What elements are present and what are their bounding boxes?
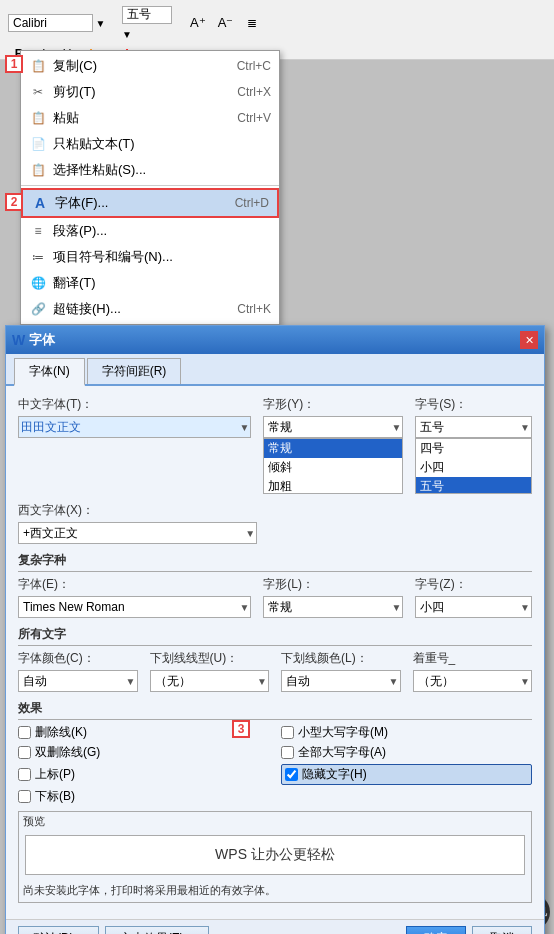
complex-style-select[interactable]: 常规: [263, 596, 403, 618]
preview-section: 预览 WPS 让办公更轻松 尚未安装此字体，打印时将采用最相近的有效字体。: [18, 811, 532, 903]
menu-hyperlink-label: 超链接(H)...: [53, 300, 121, 318]
tab-font[interactable]: 字体(N): [14, 358, 85, 386]
menu-item-font[interactable]: A 字体(F)... Ctrl+D: [21, 188, 279, 218]
menu-item-cut[interactable]: ✂ 剪切(T) Ctrl+X: [21, 79, 279, 105]
separator-1: [21, 185, 279, 186]
style-col: 字形(Y)： 常规 倾斜 加粗 ▼ 常规 倾斜 加粗: [263, 396, 403, 494]
size-select-wrap: 五号 四号 小四 ▼: [415, 416, 532, 438]
effects-section-header: 效果: [18, 700, 532, 720]
font-grow-btn[interactable]: A⁺: [186, 13, 210, 32]
all-caps-checkbox[interactable]: [281, 746, 294, 759]
menu-item-paste[interactable]: 📋 粘贴 Ctrl+V: [21, 105, 279, 131]
size-listbox[interactable]: 四号 小四 五号: [415, 438, 532, 494]
default-btn[interactable]: 默认(D)...: [18, 926, 99, 934]
text-effect-btn[interactable]: 文本效果(E)...: [105, 926, 209, 934]
chinese-font-select-wrap: ▼: [18, 416, 251, 438]
strikethrough-checkbox[interactable]: [18, 726, 31, 739]
complex-size-select-wrap: 小四 ▼: [415, 596, 532, 618]
complex-font-select[interactable]: Times New Roman: [18, 596, 251, 618]
hidden-checkbox[interactable]: [285, 768, 298, 781]
translate-icon: 🌐: [29, 276, 47, 290]
menu-hyperlink-shortcut: Ctrl+K: [237, 302, 271, 316]
badge-3: 3: [232, 720, 250, 738]
font-size-selector[interactable]: ▼: [122, 4, 182, 42]
menu-item-hyperlink[interactable]: 🔗 超链接(H)... Ctrl+K: [21, 296, 279, 322]
font-dialog: W 字体 ✕ 字体(N) 字符间距(R) 中文字体(T)： ▼ 字形(Y)： 常…: [5, 325, 545, 934]
badge-2: 2: [5, 193, 23, 211]
bullets-icon: ≔: [29, 250, 47, 264]
menu-item-translate[interactable]: 🌐 翻译(T): [21, 270, 279, 296]
menu-font-label: 字体(F)...: [55, 194, 108, 212]
menu-item-paragraph[interactable]: ≡ 段落(P)...: [21, 218, 279, 244]
underline-style-select[interactable]: （无）: [150, 670, 270, 692]
dialog-titlebar: W 字体 ✕: [6, 326, 544, 354]
underline-color-select[interactable]: 自动: [281, 670, 401, 692]
menu-paste-shortcut: Ctrl+V: [237, 111, 271, 125]
checkbox-small-caps[interactable]: 小型大写字母(M): [281, 724, 532, 741]
hyperlink-icon: 🔗: [29, 302, 47, 316]
style-listbox[interactable]: 常规 倾斜 加粗: [263, 438, 403, 494]
w-logo: W: [12, 332, 25, 348]
emphasis-select[interactable]: （无）: [413, 670, 533, 692]
font-color-select[interactable]: 自动: [18, 670, 138, 692]
dialog-title-icon: W 字体: [12, 331, 55, 349]
checkbox-hidden[interactable]: 隐藏文字(H): [281, 764, 532, 785]
font-color-label: 字体颜色(C)：: [18, 650, 138, 667]
dialog-close-btn[interactable]: ✕: [520, 331, 538, 349]
menu-paragraph-label: 段落(P)...: [53, 222, 107, 240]
preview-label: 预览: [19, 812, 531, 831]
western-font-col: 西文字体(X)： +西文正文 ▼: [18, 502, 257, 544]
size-item-s4[interactable]: 小四: [416, 458, 531, 477]
checkbox-double-strike[interactable]: 双删除线(G): [18, 744, 269, 761]
style-item-regular[interactable]: 常规: [264, 439, 402, 458]
subscript-checkbox[interactable]: [18, 790, 31, 803]
style-item-italic[interactable]: 倾斜: [264, 458, 402, 477]
complex-section-header: 复杂字种: [18, 552, 532, 572]
style-label: 字形(Y)：: [263, 396, 403, 413]
style-item-bold[interactable]: 加粗: [264, 477, 402, 494]
subscript-label: 下标(B): [35, 788, 75, 805]
font-size-input[interactable]: [122, 6, 172, 24]
style-select-wrap: 常规 倾斜 加粗 ▼: [263, 416, 403, 438]
strikethrough-label: 删除线(K): [35, 724, 87, 741]
cancel-btn[interactable]: 取消: [472, 926, 532, 934]
all-text-section-header: 所有文字: [18, 626, 532, 646]
hidden-label: 隐藏文字(H): [302, 766, 367, 783]
menu-item-paste-special[interactable]: 📋 选择性粘贴(S)...: [21, 157, 279, 183]
font-color-col: 字体颜色(C)： 自动 ▼: [18, 650, 138, 692]
tab-char-spacing[interactable]: 字符间距(R): [87, 358, 182, 384]
chinese-font-input[interactable]: [18, 416, 251, 438]
complex-size-select[interactable]: 小四: [415, 596, 532, 618]
clear-format-btn[interactable]: ≣: [241, 14, 263, 32]
font-name-input[interactable]: [8, 14, 93, 32]
underline-style-col: 下划线线型(U)： （无） ▼: [150, 650, 270, 692]
form-row-complex: 字体(E)： Times New Roman ▼ 字形(L)： 常规 ▼: [18, 576, 532, 618]
menu-item-bullets[interactable]: ≔ 项目符号和编号(N)...: [21, 244, 279, 270]
dialog-body: 中文字体(T)： ▼ 字形(Y)： 常规 倾斜 加粗 ▼ 常规: [6, 386, 544, 919]
font-name-selector[interactable]: ▼: [8, 13, 118, 32]
size-col: 字号(S)： 五号 四号 小四 ▼ 四号 小四 五号: [415, 396, 532, 494]
emphasis-select-wrap: （无） ▼: [413, 670, 533, 692]
menu-cut-shortcut: Ctrl+X: [237, 85, 271, 99]
menu-item-paste-text[interactable]: 📄 只粘贴文本(T): [21, 131, 279, 157]
western-font-select[interactable]: +西文正文: [18, 522, 257, 544]
paragraph-icon: ≡: [29, 224, 47, 238]
checkbox-superscript[interactable]: 上标(P): [18, 764, 269, 785]
small-caps-checkbox[interactable]: [281, 726, 294, 739]
checkbox-all-caps[interactable]: 全部大写字母(A): [281, 744, 532, 761]
superscript-checkbox[interactable]: [18, 768, 31, 781]
size-select[interactable]: 五号 四号 小四: [415, 416, 532, 438]
underline-color-col: 下划线颜色(L)： 自动 ▼: [281, 650, 401, 692]
menu-item-copy[interactable]: 📋 复制(C) Ctrl+C: [21, 53, 279, 79]
size-item-4[interactable]: 四号: [416, 439, 531, 458]
size-item-5[interactable]: 五号: [416, 477, 531, 494]
double-strike-checkbox[interactable]: [18, 746, 31, 759]
western-font-select-wrap: +西文正文 ▼: [18, 522, 257, 544]
ok-btn[interactable]: 确定: [406, 926, 466, 934]
complex-size-col: 字号(Z)： 小四 ▼: [415, 576, 532, 618]
cut-icon: ✂: [29, 85, 47, 99]
checkbox-subscript[interactable]: 下标(B): [18, 788, 269, 805]
menu-paste-label: 粘贴: [53, 109, 79, 127]
style-select[interactable]: 常规 倾斜 加粗: [263, 416, 403, 438]
font-shrink-btn[interactable]: A⁻: [214, 13, 238, 32]
